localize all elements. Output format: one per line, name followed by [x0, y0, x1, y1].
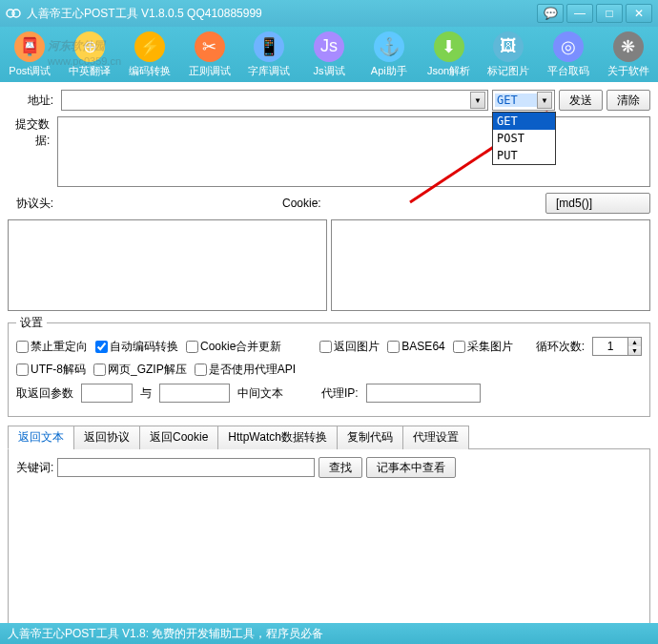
- toolbar-字库调试[interactable]: 📱字库调试: [239, 29, 299, 80]
- chk-useproxy[interactable]: 是否使用代理API: [195, 362, 296, 378]
- toolbar-icon: ⚡: [134, 31, 165, 62]
- param-right-input[interactable]: [159, 384, 230, 403]
- chat-button[interactable]: 💬: [537, 4, 564, 23]
- chk-returnimg[interactable]: 返回图片: [319, 339, 380, 355]
- method-option-PUT[interactable]: PUT: [493, 147, 555, 164]
- toolbar-label: 关于软件: [607, 64, 649, 78]
- keyword-input[interactable]: [57, 458, 315, 477]
- window-title: 人善帝王心POST工具 V1.8.0.5 QQ410885999: [27, 6, 534, 22]
- toolbar-中英翻译[interactable]: ⊕中英翻译: [60, 29, 120, 80]
- param-left-input[interactable]: [81, 384, 133, 403]
- chk-gzip[interactable]: 网页_GZIP解压: [93, 362, 187, 378]
- toolbar-label: Json解析: [427, 64, 470, 78]
- param-mid-label: 与: [140, 385, 152, 402]
- toolbar-关于软件[interactable]: ❋关于软件: [598, 29, 658, 80]
- maximize-button[interactable]: □: [596, 4, 623, 23]
- toolbar-label: 平台取码: [547, 64, 589, 78]
- toolbar-label: 字库调试: [248, 64, 290, 78]
- toolbar-icon: ⚓: [374, 31, 404, 62]
- toolbar-icon: Js: [314, 31, 344, 62]
- toolbar-Js调试[interactable]: JsJs调试: [299, 29, 360, 80]
- postdata-textarea[interactable]: [57, 116, 650, 187]
- toolbar-label: Js调试: [314, 64, 345, 78]
- toolbar-Api助手[interactable]: ⚓Api助手: [359, 29, 419, 80]
- minimize-button[interactable]: —: [566, 4, 593, 23]
- method-dropdown-arrow[interactable]: ▼: [537, 92, 552, 109]
- param-right-label: 中间文本: [237, 385, 283, 402]
- toolbar-label: Api助手: [371, 64, 407, 78]
- toolbar-Post调试[interactable]: 📮Post调试: [0, 29, 60, 80]
- tab-4[interactable]: 复制代码: [337, 426, 403, 449]
- cookie-label: Cookie:: [282, 197, 542, 210]
- statusbar: 人善帝王心POST工具 V1.8: 免费的开发辅助工具，程序员必备: [0, 623, 658, 644]
- proxyip-label: 代理IP:: [321, 385, 359, 402]
- toolbar-icon: ⬇: [434, 31, 464, 62]
- toolbar: 📮Post调试⊕中英翻译⚡编码转换✂正则调试📱字库调试JsJs调试⚓Api助手⬇…: [0, 27, 658, 82]
- loops-input[interactable]: [593, 338, 627, 355]
- toolbar-icon: ◎: [553, 31, 584, 62]
- toolbar-标记图片[interactable]: 🖼标记图片: [479, 29, 539, 80]
- app-icon: [6, 6, 21, 21]
- toolbar-label: 中英翻译: [69, 64, 111, 78]
- result-tabs: 返回文本返回协议返回CookieHttpWatch数据转换复制代码代理设置: [8, 425, 650, 449]
- loops-label: 循环次数:: [536, 339, 585, 355]
- method-option-POST[interactable]: POST: [493, 130, 555, 147]
- toolbar-icon: ❋: [613, 31, 644, 62]
- loops-spinner[interactable]: ▲▼: [592, 337, 642, 356]
- titlebar: 人善帝王心POST工具 V1.8.0.5 QQ410885999 💬 — □ ✕: [0, 0, 658, 27]
- method-value: GET: [495, 93, 537, 107]
- method-dropdown: GETPOSTPUT: [492, 112, 556, 165]
- method-option-GET[interactable]: GET: [493, 113, 555, 130]
- notepad-button[interactable]: 记事本中查看: [366, 457, 456, 478]
- tab-2[interactable]: 返回Cookie: [139, 426, 218, 449]
- postdata-label: 提交数据:: [8, 116, 53, 149]
- tab-5[interactable]: 代理设置: [402, 426, 469, 449]
- chk-collectimg[interactable]: 采集图片: [453, 339, 513, 355]
- spin-up[interactable]: ▲: [627, 338, 641, 346]
- keyword-label: 关键词:: [16, 460, 53, 476]
- headers-textarea[interactable]: [8, 219, 327, 311]
- toolbar-label: 编码转换: [129, 64, 171, 78]
- toolbar-label: 标记图片: [487, 64, 529, 78]
- url-field[interactable]: [64, 92, 470, 109]
- tab-3[interactable]: HttpWatch数据转换: [217, 426, 338, 449]
- toolbar-icon: 📱: [254, 31, 284, 62]
- method-select[interactable]: GET ▼ GETPOSTPUT: [492, 90, 555, 111]
- url-input[interactable]: ▼: [61, 90, 488, 111]
- toolbar-icon: ⊕: [74, 31, 105, 62]
- send-button[interactable]: 发送: [559, 90, 603, 111]
- toolbar-icon: ✂: [195, 31, 225, 62]
- chk-base64[interactable]: BASE64: [387, 340, 444, 353]
- clear-button[interactable]: 清除: [607, 90, 650, 111]
- find-button[interactable]: 查找: [319, 457, 362, 478]
- toolbar-icon: 🖼: [493, 31, 524, 62]
- toolbar-编码转换[interactable]: ⚡编码转换: [119, 29, 179, 80]
- close-button[interactable]: ✕: [626, 4, 652, 23]
- toolbar-label: Post调试: [9, 64, 51, 78]
- toolbar-icon: 📮: [14, 31, 45, 62]
- url-label: 地址:: [8, 93, 57, 109]
- tab-panel: 关键词: 查找 记事本中查看: [8, 449, 650, 644]
- spin-down[interactable]: ▼: [627, 346, 641, 355]
- settings-legend: 设置: [16, 315, 47, 331]
- toolbar-label: 正则调试: [189, 64, 231, 78]
- md5-button[interactable]: [md5()]: [545, 193, 650, 214]
- tab-1[interactable]: 返回协议: [73, 426, 140, 449]
- proxyip-input[interactable]: [366, 384, 481, 403]
- cookie-textarea[interactable]: [331, 219, 650, 311]
- chk-noredirect[interactable]: 禁止重定向: [16, 339, 88, 355]
- url-dropdown-arrow[interactable]: ▼: [470, 92, 485, 109]
- param-left-label: 取返回参数: [16, 385, 73, 402]
- tab-0[interactable]: 返回文本: [8, 426, 74, 449]
- toolbar-正则调试[interactable]: ✂正则调试: [179, 29, 239, 80]
- svg-point-1: [12, 10, 20, 17]
- headers-label: 协议头:: [8, 196, 57, 212]
- settings-group: 设置 禁止重定向 自动编码转换 Cookie合并更新 返回图片 BASE64 采…: [8, 315, 650, 417]
- toolbar-Json解析[interactable]: ⬇Json解析: [419, 29, 479, 80]
- toolbar-平台取码[interactable]: ◎平台取码: [539, 29, 599, 80]
- chk-cookiemerge[interactable]: Cookie合并更新: [186, 339, 281, 355]
- chk-utf8[interactable]: UTF-8解码: [16, 362, 86, 378]
- chk-autoencode[interactable]: 自动编码转换: [95, 339, 178, 355]
